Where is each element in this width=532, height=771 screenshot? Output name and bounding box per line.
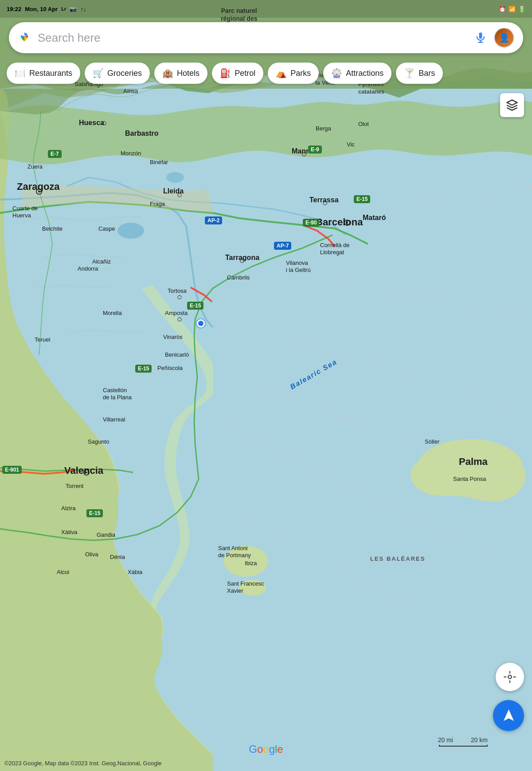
svg-point-12 [86, 472, 87, 473]
groceries-label: Groceries [107, 69, 142, 78]
wifi-icon: 📶 [509, 6, 516, 12]
svg-point-6 [166, 172, 184, 183]
svg-point-3 [224, 546, 268, 577]
road-badge-ap7: AP-7 [274, 242, 291, 250]
petrol-label: Petrol [235, 69, 255, 78]
status-bar: 19:22 Mon, 10 Apr Lr 📷 ↑↓ ⏰ 📶 🔋 [0, 0, 532, 18]
road-badge-e15-3: E-15 [135, 365, 152, 373]
category-attractions[interactable]: 🎡 Attractions [323, 63, 391, 84]
copyright-text: ©2023 Google, Map data ©2023 Inst. Geog.… [4, 760, 162, 767]
time: 19:22 [7, 6, 21, 12]
search-bar[interactable]: Search here 👤 [9, 22, 523, 53]
road-badge-e15-1: E-15 [354, 195, 370, 203]
groceries-icon: 🛒 [93, 68, 104, 79]
battery-icon: 🔋 [518, 6, 525, 12]
attractions-label: Attractions [346, 69, 383, 78]
category-hotels[interactable]: 🏨 Hotels [154, 63, 207, 84]
alarm-icon: ⏰ [499, 6, 506, 12]
date: Mon, 10 Apr [25, 6, 58, 12]
bars-label: Bars [419, 69, 435, 78]
road-badge-ap2: AP-2 [205, 216, 222, 224]
status-right: ⏰ 📶 🔋 [499, 6, 525, 12]
road-badge-e7-1: E-7 [48, 150, 62, 158]
search-input[interactable]: Search here [38, 31, 473, 45]
svg-rect-1 [213, 244, 532, 771]
status-left: 19:22 Mon, 10 Apr Lr 📷 ↑↓ [7, 6, 86, 12]
attractions-icon: 🎡 [331, 68, 342, 79]
bars-icon: 🍸 [404, 68, 415, 79]
layers-button[interactable] [500, 93, 524, 117]
scale-bar: 20 mi 20 km [438, 736, 488, 747]
restaurants-label: Restaurants [29, 69, 72, 78]
scale-label-miles: 20 mi [438, 736, 453, 743]
hotels-label: Hotels [177, 69, 200, 78]
google-watermark: Google [249, 743, 283, 755]
hotels-icon: 🏨 [162, 68, 173, 79]
svg-point-5 [117, 223, 144, 239]
category-restaurants[interactable]: 🍽️ Restaurants [7, 63, 80, 84]
mic-icon[interactable] [473, 30, 489, 46]
signal-icon: ↑↓ [80, 6, 86, 12]
parks-icon: ⛺ [276, 68, 287, 79]
category-petrol[interactable]: ⛽ Petrol [212, 63, 263, 84]
location-button[interactable] [496, 663, 524, 691]
svg-rect-28 [479, 32, 482, 39]
category-bars[interactable]: 🍸 Bars [396, 63, 443, 84]
category-bar: 🍽️ Restaurants 🛒 Groceries 🏨 Hotels ⛽ Pe… [0, 60, 532, 87]
road-badge-e901: E-901 [2, 466, 22, 474]
road-badge-e15-4: E-15 [86, 509, 103, 517]
category-parks[interactable]: ⛺ Parks [268, 63, 319, 84]
lr-icon: Lr [61, 6, 66, 12]
category-groceries[interactable]: 🛒 Groceries [85, 63, 150, 84]
svg-point-26 [508, 675, 512, 679]
restaurants-icon: 🍽️ [15, 68, 26, 79]
svg-point-8 [346, 222, 348, 224]
svg-point-4 [239, 580, 266, 596]
camera-icon: 📷 [70, 6, 77, 12]
parks-label: Parks [290, 69, 311, 78]
road-badge-e90: E-90 [303, 219, 319, 227]
road-badge-e15-2: E-15 [187, 302, 203, 310]
user-avatar[interactable]: 👤 [494, 28, 514, 48]
scale-label-km: 20 km [471, 736, 488, 743]
current-location-dot [197, 319, 205, 327]
navigation-button[interactable] [493, 700, 524, 731]
petrol-icon: ⛽ [220, 68, 231, 79]
road-badge-e9: E-9 [308, 146, 322, 153]
google-pin-logo [18, 31, 31, 44]
